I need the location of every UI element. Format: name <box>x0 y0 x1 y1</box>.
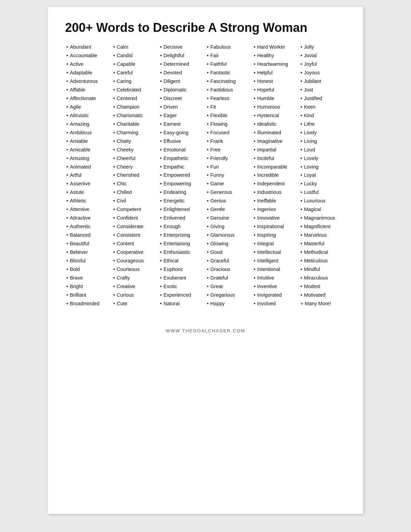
word-label: Ethical <box>163 257 178 265</box>
list-item: •Assertive <box>66 180 111 188</box>
bullet-icon: • <box>207 257 209 265</box>
word-label: Flowing <box>210 120 227 128</box>
bullet-icon: • <box>254 146 256 154</box>
list-item: •Funny <box>207 171 251 180</box>
word-label: Gracious <box>210 265 230 274</box>
list-item: •Hopeful <box>254 86 298 94</box>
word-label: Athletic <box>70 197 86 205</box>
bullet-icon: • <box>300 154 302 163</box>
word-label: Modest <box>304 282 320 291</box>
word-label: Gentle <box>210 205 225 214</box>
word-label: Cheerful <box>117 154 136 163</box>
word-label: Curious <box>117 291 134 299</box>
bullet-icon: • <box>300 222 302 231</box>
word-label: Enthusiastic <box>163 248 190 257</box>
word-label: Genuine <box>210 214 229 222</box>
word-label: Loving <box>304 163 319 171</box>
word-label: Hard Worker <box>257 43 285 51</box>
list-item: •Hysterical <box>254 111 298 120</box>
word-label: Loyal <box>304 171 316 180</box>
bullet-icon: • <box>207 231 209 239</box>
list-item: •Methodical <box>300 248 345 257</box>
list-item: •Content <box>113 239 158 248</box>
list-item: •Miraculous <box>300 274 345 282</box>
list-item: •Creative <box>113 282 158 291</box>
word-label: Charitable <box>117 120 139 128</box>
bullet-icon: • <box>207 239 209 248</box>
bullet-icon: • <box>300 265 302 274</box>
list-item: •Focused <box>207 128 251 137</box>
word-label: Funny <box>210 171 224 180</box>
list-item: •Helpful <box>254 69 298 77</box>
bullet-icon: • <box>113 214 115 222</box>
bullet-icon: • <box>113 43 115 51</box>
word-label: Glowing <box>210 239 228 248</box>
word-label: Amiable <box>70 137 88 146</box>
bullet-icon: • <box>113 180 115 188</box>
bullet-icon: • <box>66 120 68 128</box>
bullet-icon: • <box>300 274 302 282</box>
list-item: •Earnest <box>160 120 204 128</box>
word-label: Fascinating <box>210 77 236 86</box>
word-label: Broadminded <box>70 299 99 308</box>
list-item: •Amusing <box>66 154 111 163</box>
list-item: •Flexible <box>207 111 251 120</box>
list-item: •Cheeky <box>113 146 158 154</box>
bullet-icon: • <box>300 94 302 103</box>
word-label: Lovely <box>304 154 318 163</box>
word-label: Brilliant <box>70 291 86 299</box>
bullet-icon: • <box>66 282 68 291</box>
list-item: •Idealistic <box>254 120 298 128</box>
bullet-icon: • <box>113 128 115 137</box>
bullet-icon: • <box>207 163 209 171</box>
list-item: •Joyful <box>300 60 345 69</box>
list-item: •Happy <box>207 299 251 308</box>
list-item: •Modest <box>300 282 345 291</box>
bullet-icon: • <box>300 248 302 257</box>
word-label: Careful <box>117 69 133 77</box>
bullet-icon: • <box>113 137 115 146</box>
bullet-icon: • <box>66 222 68 231</box>
list-item: •Imaginative <box>254 137 298 146</box>
list-item: •Frank <box>207 137 251 146</box>
list-item: •Active <box>66 60 111 69</box>
list-item: •Natural <box>160 299 204 308</box>
word-label: Attractive <box>70 214 90 222</box>
bullet-icon: • <box>160 111 162 120</box>
bullet-icon: • <box>254 128 256 137</box>
list-item: •Integral <box>254 239 298 248</box>
list-item: •Enlivened <box>160 214 204 222</box>
word-label: Faithful <box>210 60 227 69</box>
list-item: •Curious <box>113 291 158 299</box>
list-item: •Driven <box>160 103 204 111</box>
bullet-icon: • <box>66 60 68 69</box>
bullet-icon: • <box>160 43 162 51</box>
page: 200+ Words to Describe A Strong Woman •A… <box>48 7 363 514</box>
bullet-icon: • <box>160 103 162 111</box>
list-item: •Delightful <box>160 51 204 60</box>
word-label: Magnificient <box>304 222 330 231</box>
bullet-icon: • <box>160 94 162 103</box>
bullet-icon: • <box>160 154 162 163</box>
bullet-icon: • <box>254 137 256 146</box>
bullet-icon: • <box>300 69 302 77</box>
word-label: Bright <box>70 282 83 291</box>
bullet-icon: • <box>300 180 302 188</box>
bullet-icon: • <box>66 171 68 180</box>
list-item: •Mindful <box>300 265 345 274</box>
word-label: Intuitive <box>257 274 274 282</box>
list-item: •Effusive <box>160 137 204 146</box>
word-label: Affectionate <box>70 94 96 103</box>
bullet-icon: • <box>66 137 68 146</box>
list-item: •Authentic <box>66 222 111 231</box>
word-label: Artful <box>70 171 82 180</box>
bullet-icon: • <box>66 214 68 222</box>
list-item: •Honest <box>254 77 298 86</box>
bullet-icon: • <box>300 146 302 154</box>
word-label: Imaginative <box>257 137 283 146</box>
bullet-icon: • <box>300 103 302 111</box>
word-label: Lucky <box>304 180 317 188</box>
bullet-icon: • <box>66 291 68 299</box>
word-label: Glamorous <box>210 231 235 239</box>
bullet-icon: • <box>207 171 209 180</box>
